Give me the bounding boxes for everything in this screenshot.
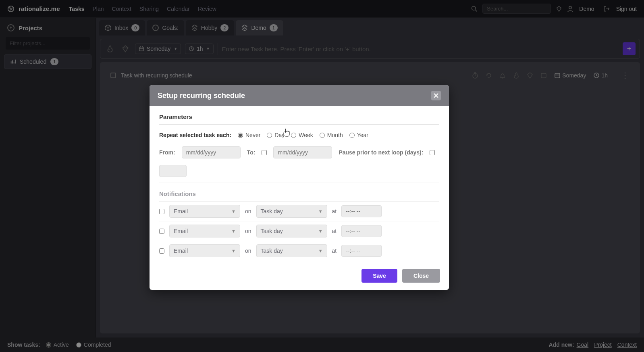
- to-label: To:: [247, 149, 256, 156]
- chevron-down-icon: ▼: [318, 229, 323, 233]
- save-button[interactable]: Save: [361, 269, 397, 283]
- repeat-label: Repeat selected task each:: [159, 132, 231, 138]
- notification-row-1: Email▼ on Task day▼ at: [159, 201, 439, 221]
- chevron-down-icon: ▼: [231, 248, 236, 253]
- notif-day-select-2[interactable]: Task day▼: [256, 225, 327, 237]
- repeat-day[interactable]: Day: [267, 132, 285, 138]
- repeat-row: Repeat selected task each: Never Day Wee…: [159, 129, 439, 144]
- notif-enable-3[interactable]: [159, 248, 164, 254]
- modal-title: Setup recurring schedule: [158, 92, 245, 100]
- notif-method-select-2[interactable]: Email▼: [169, 225, 240, 237]
- on-label: on: [245, 208, 251, 215]
- from-date-input[interactable]: [182, 146, 241, 158]
- chevron-down-icon: ▼: [318, 209, 323, 214]
- notif-time-input-2[interactable]: [341, 225, 382, 237]
- chevron-down-icon: ▼: [231, 209, 236, 214]
- notif-method-select-3[interactable]: Email▼: [169, 244, 240, 257]
- on-label: on: [245, 248, 251, 254]
- pause-label: Pause prior to next loop (days):: [339, 149, 423, 156]
- notif-method-select-1[interactable]: Email▼: [169, 205, 240, 218]
- notif-time-input-3[interactable]: [341, 245, 382, 257]
- close-button[interactable]: Close: [402, 269, 440, 283]
- to-date-input[interactable]: [273, 146, 332, 158]
- notif-day-select-1[interactable]: Task day▼: [256, 205, 327, 218]
- at-label: at: [332, 228, 337, 234]
- at-label: at: [332, 208, 337, 215]
- notif-time-input-1[interactable]: [341, 205, 382, 217]
- chevron-down-icon: ▼: [231, 229, 236, 233]
- notif-enable-1[interactable]: [159, 209, 164, 214]
- modal-body: Parameters Repeat selected task each: Ne…: [150, 106, 449, 263]
- notif-enable-2[interactable]: [159, 229, 164, 234]
- at-label: at: [332, 248, 337, 254]
- to-enable-checkbox[interactable]: [262, 150, 267, 155]
- pause-enable-checkbox[interactable]: [430, 150, 435, 155]
- notifications-title: Notifications: [159, 188, 439, 201]
- chevron-down-icon: ▼: [318, 248, 323, 253]
- recurring-schedule-modal: Setup recurring schedule Parameters Repe…: [150, 85, 449, 290]
- notif-day-select-3[interactable]: Task day▼: [256, 244, 327, 257]
- from-label: From:: [159, 149, 175, 156]
- modal-header: Setup recurring schedule: [150, 85, 449, 106]
- notification-row-3: Email▼ on Task day▼ at: [159, 241, 439, 260]
- pause-days-input[interactable]: [159, 165, 187, 177]
- repeat-week[interactable]: Week: [291, 132, 313, 138]
- parameters-title: Parameters: [159, 112, 439, 124]
- close-icon[interactable]: [431, 91, 441, 100]
- notification-row-2: Email▼ on Task day▼ at: [159, 221, 439, 241]
- range-row: From: To: Pause prior to next loop (days…: [159, 144, 439, 183]
- repeat-year[interactable]: Year: [349, 132, 368, 138]
- repeat-never[interactable]: Never: [238, 132, 260, 138]
- on-label: on: [245, 228, 251, 234]
- modal-footer: Save Close: [150, 263, 449, 290]
- repeat-month[interactable]: Month: [320, 132, 343, 138]
